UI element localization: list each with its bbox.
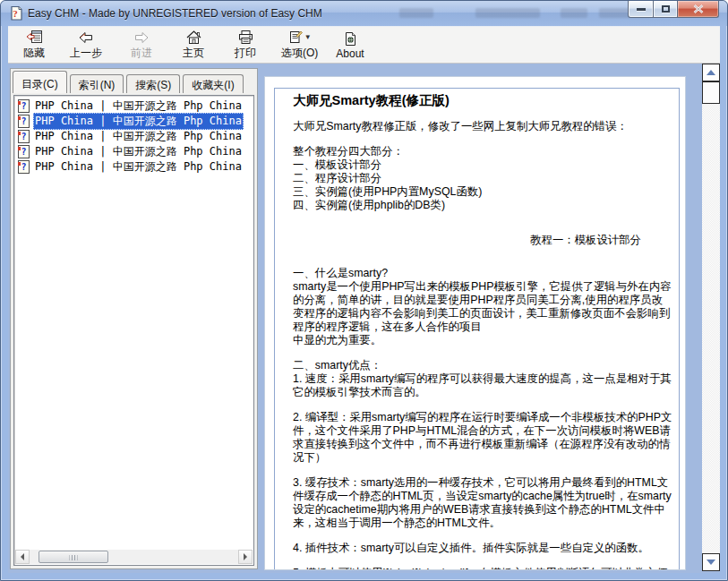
- window: ? Easy CHM - Made by UNREGISTERED versio…: [0, 0, 728, 581]
- titlebar-artifact: [475, 8, 540, 18]
- topic-paragraph: 5. 模板中可以使用if/elseif/else/endif。在模板文件使用判断…: [293, 567, 673, 570]
- hide-button[interactable]: 隐藏: [17, 28, 51, 62]
- topic-pane: 大师兄Smarty教程(修正版) 大师兄Smarty教程修正版，修改了一些网上复…: [264, 76, 686, 570]
- toolbar-button-label: 前进: [131, 46, 152, 61]
- tab-favorites[interactable]: 收藏夹(I): [183, 74, 243, 93]
- titlebar-artifact: [561, 8, 587, 18]
- toolbar-button-label: 选项(O): [281, 46, 318, 61]
- question-page-icon: ?: [18, 130, 30, 143]
- tree-item[interactable]: ? PHP China | 中国开源之路 Php China: [18, 144, 253, 159]
- titlebar-artifact: [399, 8, 433, 18]
- tree-item[interactable]: ? PHP China | 中国开源之路 Php China: [18, 98, 253, 114]
- scroll-down-button[interactable]: [702, 553, 720, 571]
- navigation-panel: 目录(C) 索引(N) 搜索(S) 收藏夹(I) ? PHP China | 中…: [10, 68, 258, 569]
- tree-item[interactable]: ? PHP China | 中国开源之路 Php China: [18, 159, 253, 175]
- tab-index[interactable]: 索引(N): [70, 74, 124, 93]
- about-button[interactable]: About: [330, 28, 370, 62]
- tab-contents[interactable]: 目录(C): [13, 71, 67, 93]
- toolbar-button-label: 隐藏: [23, 46, 45, 61]
- topic-paragraph: 4. 插件技术：smarty可以自定义插件。插件实际就是一些自定义的函数。: [293, 542, 673, 555]
- question-page-icon: ?: [18, 145, 30, 158]
- vertical-scrollbar-thumb[interactable]: [702, 81, 720, 104]
- scroll-right-button[interactable]: [238, 550, 253, 564]
- window-title: Easy CHM - Made by UNREGISTERED version …: [28, 7, 322, 20]
- maximize-icon: [662, 5, 670, 13]
- triangle-left-icon: [17, 553, 24, 560]
- back-button[interactable]: 上一步: [64, 28, 108, 62]
- print-button[interactable]: 打印: [228, 28, 262, 62]
- minimize-icon: [637, 8, 646, 11]
- options-icon: ▼: [288, 30, 312, 45]
- toolbar-button-label: 上一步: [70, 46, 102, 61]
- home-button[interactable]: 主页: [176, 28, 210, 62]
- options-button[interactable]: ▼ 选项(O): [275, 28, 324, 62]
- topic-paragraph: 二、smarty优点： 1. 速度：采用smarty编写的程序可以获得最大速度的…: [293, 359, 673, 399]
- question-page-icon: ?: [18, 160, 30, 174]
- toolbar-button-label: About: [336, 47, 364, 60]
- topic-paragraph: 2. 编译型：采用smarty编写的程序在运行时要编译成一个非模板技术的PHP文…: [293, 411, 673, 465]
- triangle-right-icon: [244, 553, 251, 560]
- home-icon: [185, 30, 202, 45]
- tree-item-selected[interactable]: ? PHP China | 中国开源之路 Php China: [18, 114, 253, 129]
- topic-content: 大师兄Smarty教程(修正版) 大师兄Smarty教程修正版，修改了一些网上复…: [274, 88, 680, 570]
- close-button[interactable]: [678, 1, 719, 18]
- titlebar: ? Easy CHM - Made by UNREGISTERED versio…: [1, 1, 727, 26]
- topic-heading: 大师兄Smarty教程(修正版): [293, 94, 673, 107]
- topic-paragraph: 大师兄Smarty教程修正版，修改了一些网上复制大师兄教程的错误：: [293, 120, 673, 133]
- navigation-tabs: 目录(C) 索引(N) 搜索(S) 收藏夹(I): [11, 69, 257, 93]
- scroll-left-button[interactable]: [15, 550, 30, 564]
- horizontal-scrollbar[interactable]: [15, 550, 253, 564]
- vertical-scrollbar[interactable]: [702, 64, 720, 571]
- question-page-icon: ?: [18, 99, 30, 113]
- tab-search[interactable]: 搜索(S): [126, 74, 180, 93]
- toolbar-button-label: 主页: [183, 46, 204, 61]
- tree-item[interactable]: ? PHP China | 中国开源之路 Php China: [18, 129, 253, 144]
- horizontal-scrollbar-thumb[interactable]: [39, 551, 108, 563]
- contents-tree: ? PHP China | 中国开源之路 Php China ? PHP Chi…: [13, 95, 254, 566]
- chm-help-file-icon[interactable]: ?: [8, 5, 24, 21]
- minimize-button[interactable]: [628, 1, 654, 18]
- forward-arrow-icon: [133, 30, 150, 45]
- close-icon: [693, 4, 704, 13]
- scroll-up-button[interactable]: [702, 64, 720, 81]
- hide-panel-icon: [26, 30, 43, 45]
- topic-paragraph: 一、什么是smarty? smarty是一个使用PHP写出来的模板PHP模板引擎…: [293, 267, 673, 347]
- toolbar-button-label: 打印: [235, 46, 256, 61]
- dropdown-caret-icon: ▼: [304, 33, 312, 41]
- window-controls: [628, 1, 719, 18]
- question-page-icon: ?: [18, 115, 30, 128]
- maximize-button[interactable]: [654, 1, 678, 18]
- topic-paragraph: 整个教程分四大部分： 一、模板设计部分 二、程序设计部分 三、实例篇(使用PHP…: [293, 145, 673, 212]
- svg-text:?: ?: [13, 8, 18, 19]
- tree-item-label: PHP China | 中国开源之路 Php China: [33, 158, 244, 175]
- back-arrow-icon: [78, 30, 94, 45]
- printer-icon: [237, 30, 254, 45]
- topic-section-title: 教程一：模板设计部分: [293, 234, 673, 247]
- tree-rows: ? PHP China | 中国开源之路 Php China ? PHP Chi…: [14, 96, 253, 175]
- about-document-icon: [344, 30, 357, 47]
- triangle-down-icon: [707, 560, 715, 569]
- forward-button[interactable]: 前进: [124, 28, 158, 62]
- topic-paragraph: 3. 缓存技术：smarty选用的一种缓存技术，它可以将用户最终看到的HTML文…: [293, 476, 673, 530]
- triangle-up-icon: [707, 65, 715, 75]
- main-area: 目录(C) 索引(N) 搜索(S) 收藏夹(I) ? PHP China | 中…: [8, 64, 720, 573]
- toolbar: 隐藏 上一步 前进: [8, 26, 720, 64]
